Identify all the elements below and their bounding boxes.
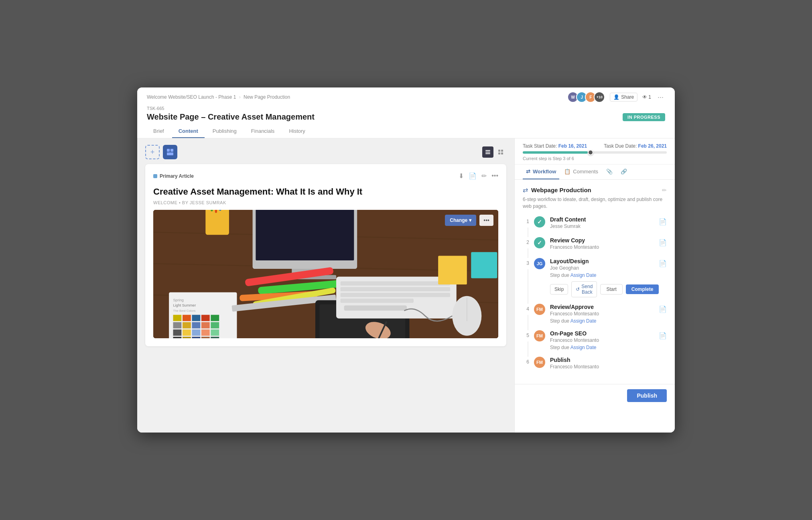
workflow-step-1: 1 ✓ Draft Content Jesse Sumrak 📄 [523,216,667,231]
svg-rect-4 [485,152,490,152]
task-id: TSK-665 [147,106,665,111]
share-button[interactable]: 👤 Share [610,93,637,102]
svg-rect-16 [256,210,354,260]
article-image-wrapper: Spring Light Summer The Best Colors [153,210,498,338]
assign-date-link-3[interactable]: Assign Date [570,272,597,278]
breadcrumb-part1[interactable]: Welcome Website/SEO Launch - Phase 1 [147,94,236,100]
send-back-button[interactable]: ↺ Send Back [571,281,597,297]
step-assignee-4: Francesco Montesanto [550,311,659,317]
workflow-tab-label: Workflow [533,169,556,175]
workflow-desc: 6-step workflow to ideate, draft, design… [523,196,667,210]
step-title-4: Review/Approve [550,304,659,310]
tabs: Brief Content Publishing Financials Hist… [147,125,665,138]
tab-content[interactable]: Content [172,125,205,138]
article-label-row: Primary Article ⬇ 📄 ✏ ••• [153,172,498,180]
edit-workflow-button[interactable]: ✏ [662,187,667,193]
step-title-2: Review Copy [550,237,659,244]
step-doc-icon-4[interactable]: 📄 [659,305,667,313]
svg-rect-22 [215,210,217,213]
start-date-label: Task Start Date: [523,143,557,149]
progress-bar [523,151,667,154]
change-label: Change [450,217,467,223]
step-number-5: 5 [523,333,529,338]
sidebar-tab-comments[interactable]: 📋 Comments [561,165,601,179]
main-layout: + [137,138,675,433]
svg-rect-37 [211,322,219,328]
article-image: Spring Light Summer The Best Colors [153,210,498,338]
assign-date-link-4[interactable]: Assign Date [570,318,597,324]
add-content-button[interactable]: + [145,145,160,159]
workflow-tab-icon: ⇄ [526,169,530,175]
complete-button[interactable]: Complete [626,284,659,294]
edit-icon[interactable]: ✏ [481,172,487,180]
tab-publishing[interactable]: Publishing [206,125,243,138]
svg-rect-29 [183,315,191,321]
tab-financials[interactable]: Financials [245,125,281,138]
doc-icon[interactable]: 📄 [469,172,477,180]
breadcrumb-part2[interactable]: New Page Production [244,94,290,100]
comments-tab-icon: 📋 [564,169,570,175]
step-content-2: Review Copy Francesco Montesanto [550,237,659,252]
list-view-button[interactable] [482,146,493,158]
step-due-4: Step due Assign Date [550,318,659,324]
step-due-5: Step due Assign Date [550,345,659,350]
svg-rect-5 [485,153,490,154]
svg-text:The Best Colors: The Best Colors [173,309,196,312]
publish-button[interactable]: Publish [627,389,667,402]
more-button[interactable]: ··· [656,93,665,102]
workflow-section: ⇄ Webpage Production ✏ 6-step workflow t… [515,180,675,384]
tab-brief[interactable]: Brief [147,125,171,138]
svg-rect-60 [340,293,450,297]
skip-button[interactable]: Skip [550,284,568,295]
article-actions: ⬇ 📄 ✏ ••• [459,172,498,180]
view-count[interactable]: 👁 1 [642,94,651,100]
step-doc-icon-1[interactable]: 📄 [659,218,667,225]
svg-rect-35 [192,322,200,328]
svg-rect-34 [183,322,191,328]
workflow-step-4: 4 FM Review/Approve Francesco Montesanto… [523,304,667,324]
start-date: Task Start Date: Feb 16, 2021 [523,143,587,149]
step-due-label-3: Step due [550,272,570,278]
workflow-step-2: 2 ✓ Review Copy Francesco Montesanto 📄 [523,237,667,252]
main-window: Welcome Website/SEO Launch - Phase 1 › N… [137,87,675,433]
primary-article-label: Primary Article [160,173,194,179]
step-doc-icon-2[interactable]: 📄 [659,239,667,246]
step-doc-icon-5[interactable]: 📄 [659,332,667,339]
article-more-icon[interactable]: ••• [491,172,498,180]
download-icon[interactable]: ⬇ [459,172,464,180]
step-number-2: 2 [523,240,529,245]
svg-rect-59 [340,287,450,291]
step-connector-4 [528,315,528,330]
grid-view-button[interactable] [495,146,506,158]
step-title-6: Publish [550,357,667,363]
step-connector-5 [528,341,528,357]
step-row-6: Publish Francesco Montesanto [550,357,667,371]
primary-label: Primary Article [153,173,194,179]
svg-rect-0 [167,149,170,152]
step-row-3: Layout/Design Joe Geoghan Step due Assig… [550,258,667,297]
svg-rect-30 [192,315,200,321]
tab-history[interactable]: History [282,125,311,138]
step-assignee-5: Francesco Montesanto [550,337,659,343]
assign-date-link-5[interactable]: Assign Date [570,345,597,350]
image-more-button[interactable]: ••• [479,215,493,226]
svg-rect-3 [485,150,490,151]
due-date-val: Feb 26, 2021 [638,143,667,149]
attachments-tab-icon: 📎 [606,169,613,175]
step-content-4: Review/Approve Francesco Montesanto Step… [550,304,659,324]
refresh-icon: ↺ [576,286,580,292]
step-avatar-3: JG [534,258,545,269]
sidebar-tab-attachments[interactable]: 📎 [603,165,616,179]
svg-rect-66 [471,252,497,278]
checkmark-icon-2: ✓ [537,240,542,246]
sidebar-tab-workflow[interactable]: ⇄ Workflow [523,165,559,179]
step-doc-icon-3[interactable]: 📄 [659,260,667,267]
template-button[interactable] [163,145,177,159]
step-due-label-4: Step due [550,318,570,324]
start-button[interactable]: Start [600,284,622,295]
step-row-2: Review Copy Francesco Montesanto 📄 [550,237,667,252]
add-area: + [145,145,177,159]
change-image-button[interactable]: Change ▾ [445,215,476,226]
sidebar-tab-links[interactable]: 🔗 [617,165,630,179]
svg-rect-19 [205,210,229,235]
